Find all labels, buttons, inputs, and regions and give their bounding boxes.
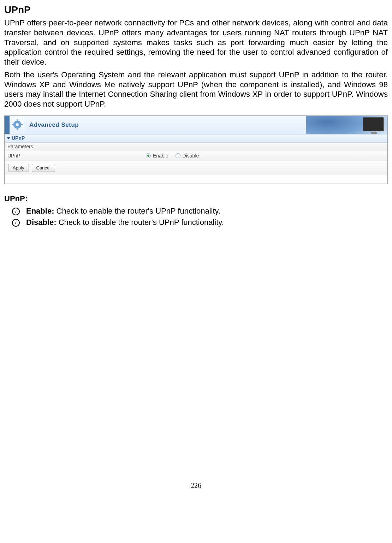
page-title: UPnP	[4, 4, 388, 16]
upnp-row-label: UPnP	[5, 153, 146, 159]
screenshot-header: Advanced Setup	[5, 116, 387, 134]
header-illustration	[306, 116, 387, 134]
info-rest-disable: Check to disable the router's UPnP funct…	[57, 218, 224, 227]
svg-rect-5	[21, 124, 23, 125]
chevron-down-icon	[7, 137, 10, 139]
svg-point-1	[16, 123, 19, 126]
info-rest-enable: Check to enable the router's UPnP functi…	[54, 207, 220, 215]
screenshot-header-title: Advanced Setup	[25, 116, 306, 134]
info-item-enable: i Enable: Check to enable the router's U…	[12, 206, 388, 216]
info-icon: i	[12, 219, 20, 227]
section-label: UPnP	[12, 135, 25, 142]
svg-rect-3	[17, 128, 18, 130]
info-bold-disable: Disable:	[26, 218, 57, 227]
parameters-label: Parameters	[7, 144, 33, 150]
upnp-subhead: UPnP:	[4, 194, 388, 204]
radio-disable-label: Disable	[183, 153, 199, 159]
radio-enable-label: Enable	[153, 153, 168, 159]
info-bold-enable: Enable:	[26, 207, 54, 215]
header-accent-bar	[5, 116, 10, 134]
page-number: 226	[4, 481, 388, 497]
info-text-disable: Disable: Check to disable the router's U…	[26, 217, 224, 227]
monitor-icon	[363, 117, 384, 131]
router-config-screenshot: Advanced Setup UPnP Parameters UPnP Enab…	[4, 115, 388, 184]
svg-rect-4	[12, 124, 14, 125]
info-text-enable: Enable: Check to enable the router's UPn…	[26, 206, 220, 216]
apply-button[interactable]: Apply	[8, 164, 29, 172]
info-icon: i	[12, 208, 20, 215]
upnp-setting-row: UPnP Enable Disable	[5, 151, 387, 161]
button-row: Apply Cancel	[5, 161, 387, 175]
section-bar-upnp[interactable]: UPnP	[5, 134, 387, 143]
radio-enable[interactable]	[146, 153, 151, 158]
paragraph-2: Both the user's Operating System and the…	[4, 70, 388, 109]
paragraph-1: UPnP offers peer-to-peer network connect…	[4, 18, 388, 67]
cancel-button[interactable]: Cancel	[32, 164, 55, 172]
info-item-disable: i Disable: Check to disable the router's…	[12, 217, 388, 227]
gear-icon	[12, 119, 23, 130]
radio-disable[interactable]	[176, 153, 180, 158]
svg-rect-2	[17, 119, 18, 121]
header-icon-box	[10, 116, 25, 134]
parameters-row: Parameters	[5, 143, 387, 151]
